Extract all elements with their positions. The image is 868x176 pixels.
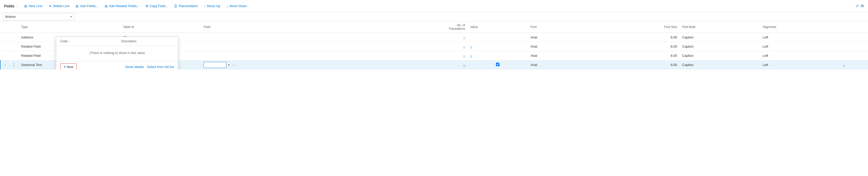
row-field — [201, 33, 382, 42]
notrans-link[interactable]: – — [463, 35, 465, 39]
copy-field-button[interactable]: ⧉ Copy Field... — [143, 3, 170, 9]
main-content: Type Table Id Field No. ofTranslations V… — [0, 21, 868, 69]
popup-footer: + New Show details Select from full list — [56, 61, 178, 69]
add-fields-icon: ⊞ — [75, 4, 79, 8]
field-more-button[interactable]: ··· — [231, 62, 237, 67]
copy-field-icon: ⧉ — [146, 4, 148, 8]
toolbar-title: Fields — [4, 4, 18, 8]
row-dots-cell — [9, 42, 19, 51]
placeholders-label: Placeholders — [179, 4, 198, 8]
table-header-row: Type Table Id Field No. ofTranslations V… — [0, 21, 868, 33]
row-printbold: Caption — [680, 42, 760, 51]
dropdown-value: Bottom — [5, 15, 16, 19]
popup-new-label: New — [67, 65, 73, 69]
row-alignment: Left — [760, 60, 840, 69]
row-alignment: Left — [760, 42, 840, 51]
row-arrow — [0, 42, 9, 51]
row-notrans: – — [382, 51, 468, 60]
col-header-fontsize: Font Size — [609, 21, 680, 33]
col-header-notrans: No. ofTranslations — [382, 21, 468, 33]
row-field — [201, 51, 382, 60]
row-dots-cell — [9, 51, 19, 60]
row-printbold: Caption — [680, 33, 760, 42]
value-checkbox[interactable] — [496, 63, 499, 66]
popup-desc-label: Description — [121, 39, 136, 43]
add-related-fields-button[interactable]: ⊞ Add Related Fields... — [102, 3, 142, 9]
add-fields-label: Add Fields... — [80, 4, 98, 8]
row-arrow: → — [0, 60, 9, 69]
row-printbold: Caption — [680, 60, 760, 69]
col-header-arrow — [0, 21, 9, 33]
row-printbold: Caption — [680, 51, 760, 60]
placeholders-icon: ☰ — [174, 4, 177, 8]
row-dots-cell — [9, 33, 19, 42]
move-up-icon: ↑ — [204, 4, 206, 8]
row-alignment: Left — [760, 33, 840, 42]
move-down-button[interactable]: ↓ Move Down — [224, 3, 250, 9]
popup-footer-links: Show details Select from full list — [125, 65, 174, 69]
add-related-fields-label: Add Related Fields... — [109, 4, 140, 8]
placeholders-button[interactable]: ☰ Placeholders — [172, 3, 200, 9]
row-dots-cell[interactable]: ⋮ — [9, 60, 19, 69]
col-header-type: Type — [19, 21, 121, 33]
move-up-button[interactable]: ↑ Move Up — [202, 3, 223, 9]
new-line-button[interactable]: ⊞ New Line — [22, 3, 45, 9]
notrans-link[interactable]: – — [463, 45, 465, 49]
dropdown-bar: Bottom ▾ — [0, 12, 868, 21]
row-value — [468, 33, 528, 42]
bottom-dropdown[interactable]: Bottom ▾ — [3, 13, 74, 20]
field-input[interactable] — [204, 62, 226, 68]
chevron-down-icon: ▾ — [70, 15, 72, 18]
move-down-icon: ↓ — [226, 4, 228, 8]
delete-line-icon: ✕ — [49, 4, 52, 8]
notrans-link[interactable]: – — [463, 63, 465, 67]
row-notrans: – — [382, 60, 468, 69]
row-notrans: – — [382, 33, 468, 42]
notrans-link[interactable]: – — [463, 54, 465, 58]
row-arrow — [0, 51, 9, 60]
add-related-fields-icon: ⊞ — [104, 4, 107, 8]
popup-empty-message: (There is nothing to show in this view) — [89, 51, 145, 55]
row-fontsize: 8.00 — [609, 60, 680, 69]
row-field-input-cell: ▾ ··· — [201, 60, 382, 69]
field-lookup-popup: Code ↑ Description (There is nothing to … — [56, 37, 178, 69]
row-value: – — [468, 42, 528, 51]
row-notrans: – — [382, 42, 468, 51]
col-header-field: Field — [201, 21, 382, 33]
col-header-printbold: Print Bold — [680, 21, 760, 33]
popup-col-desc-header: Description — [117, 37, 178, 46]
row-field — [201, 42, 382, 51]
row-value-checkbox — [468, 60, 528, 69]
row-notrans-dash: – — [840, 60, 868, 69]
notrans-link2[interactable]: – — [843, 63, 845, 67]
plus-icon: + — [64, 65, 66, 69]
add-fields-button[interactable]: ⊞ Add Fields... — [73, 3, 101, 9]
row-value: – — [468, 51, 528, 60]
share-icon[interactable]: ↗ — [855, 4, 859, 8]
row-alignment: Left — [760, 51, 840, 60]
value-link[interactable]: – — [470, 45, 472, 49]
row-context-menu-icon[interactable]: ⋮ — [12, 63, 16, 67]
mail-icon[interactable]: ✉ — [861, 4, 864, 8]
col-header-value: Value — [468, 21, 528, 33]
popup-new-button[interactable]: + New — [60, 63, 76, 69]
col-header-font: Font — [528, 21, 609, 33]
field-input-group: ▾ ··· — [204, 62, 380, 68]
select-full-list-link[interactable]: Select from full list — [147, 65, 174, 69]
row-font: Arial — [528, 33, 609, 42]
move-up-label: Move Up — [207, 4, 220, 8]
delete-line-label: Delete Line — [53, 4, 70, 8]
sort-asc-icon[interactable]: ↑ — [69, 40, 70, 43]
col-header-dots — [9, 21, 19, 33]
col-header-tableid: Table Id — [121, 21, 201, 33]
field-dropdown-button[interactable]: ▾ — [227, 63, 231, 67]
row-arrow — [0, 33, 9, 42]
new-line-icon: ⊞ — [24, 4, 27, 8]
show-details-link[interactable]: Show details — [125, 65, 144, 69]
delete-line-button[interactable]: ✕ Delete Line — [46, 3, 72, 9]
row-fontsize: 8.00 — [609, 51, 680, 60]
new-line-label: New Line — [29, 4, 42, 8]
copy-field-label: Copy Field... — [149, 4, 168, 8]
row-font: Arial — [528, 51, 609, 60]
value-link[interactable]: – — [470, 54, 472, 58]
